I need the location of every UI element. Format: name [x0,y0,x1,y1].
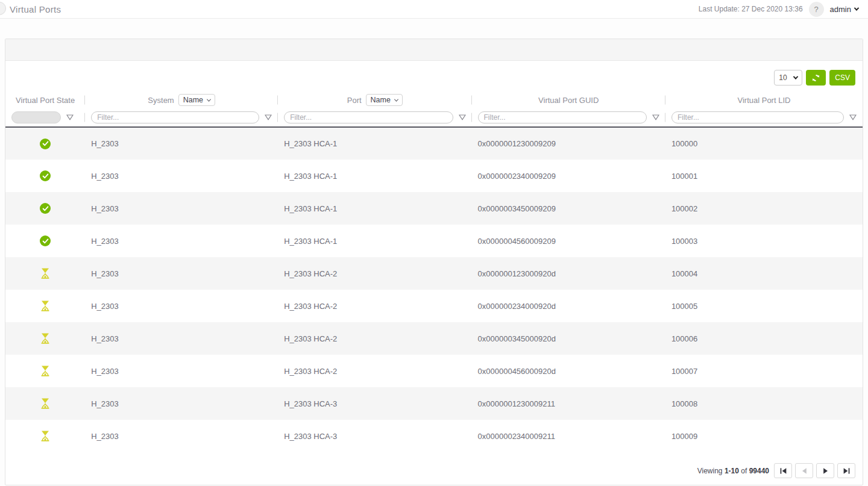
viewing-of-label: of [741,467,747,475]
cell-system: H_2303 [85,127,278,160]
cell-state [5,420,85,452]
state-filter-input [11,111,61,123]
cell-state [5,225,85,257]
table-row[interactable]: H_2303 H_2303 HCA-1 0x0000003450009209 1… [5,192,863,225]
cell-guid: 0x0000001230009211 [472,387,665,420]
cell-system: H_2303 [85,387,278,420]
table-row[interactable]: H_2303 H_2303 HCA-3 0x0000001230009211 1… [5,387,863,420]
vport-state-pending-icon [41,398,49,409]
filter-funnel-icon[interactable] [66,114,74,120]
cell-state [5,355,85,387]
cell-lid: 100000 [665,127,863,160]
filter-funnel-icon[interactable] [652,114,659,120]
guid-filter-input[interactable] [478,111,647,123]
user-menu-label: admin [830,5,851,14]
vport-state-active-icon [40,203,51,214]
system-filter-input[interactable] [91,111,259,123]
cell-state [5,257,85,290]
cell-port: H_2303 HCA-1 [278,127,471,160]
column-header-port: Port Name [278,92,471,108]
cell-guid: 0x000000345000920d [472,322,665,355]
port-filter-input[interactable] [284,111,453,123]
cell-port: H_2303 HCA-3 [278,387,471,420]
cell-guid: 0x000000234000920d [472,290,665,322]
refresh-button[interactable] [806,70,826,86]
cell-state [5,290,85,322]
port-name-select[interactable]: Name [366,94,403,106]
top-bar: Virtual Ports Last Update: 27 Dec 2020 1… [0,0,868,19]
cell-port: H_2303 HCA-1 [278,192,471,225]
chevron-down-icon [793,74,798,79]
table-row[interactable]: H_2303 H_2303 HCA-3 0x0000002340009211 1… [5,420,863,452]
filter-funnel-icon[interactable] [849,114,857,120]
cell-port: H_2303 HCA-2 [278,290,471,322]
cell-lid: 100003 [665,225,863,257]
vport-state-active-icon [40,139,51,149]
table-row[interactable]: H_2303 H_2303 HCA-2 0x000000123000920d 1… [5,257,863,290]
column-header-state: Virtual Port State [5,92,85,108]
select-value: Name [371,96,391,104]
column-header-guid: Virtual Port GUID [472,92,665,108]
system-name-select[interactable]: Name [178,94,215,106]
filter-cell-lid [665,108,863,127]
filter-funnel-icon[interactable] [265,114,272,120]
pagination-bar: Viewing 1-10 of 99440 [5,463,863,485]
chevron-down-icon [854,5,859,10]
table-row[interactable]: H_2303 H_2303 HCA-2 0x000000234000920d 1… [5,290,863,322]
prev-page-icon [802,468,807,474]
sidebar-toggle-partial [0,2,6,15]
table-row[interactable]: H_2303 H_2303 HCA-2 0x000000456000920d 1… [5,355,863,387]
cell-lid: 100007 [665,355,863,387]
table-body: H_2303 H_2303 HCA-1 0x0000001230009209 1… [5,127,863,452]
cell-port: H_2303 HCA-2 [278,322,471,355]
cell-system: H_2303 [85,257,278,290]
cell-port: H_2303 HCA-2 [278,355,471,387]
cell-guid: 0x0000001230009209 [472,127,665,160]
virtual-ports-table: Virtual Port State System Name [5,92,863,452]
vport-state-pending-icon [41,268,49,279]
cell-system: H_2303 [85,290,278,322]
first-page-button[interactable] [774,463,792,478]
cell-system: H_2303 [85,322,278,355]
viewing-range: 1-10 [725,467,739,475]
next-page-button[interactable] [816,463,834,478]
last-page-button[interactable] [837,463,855,478]
cell-lid: 100008 [665,387,863,420]
cell-lid: 100005 [665,290,863,322]
cell-guid: 0x0000003450009209 [472,192,665,225]
cell-state [5,192,85,225]
csv-export-button[interactable]: CSV [829,70,855,86]
cell-lid: 100002 [665,192,863,225]
table-row[interactable]: H_2303 H_2303 HCA-1 0x0000001230009209 1… [5,127,863,160]
cell-system: H_2303 [85,420,278,452]
cell-state [5,387,85,420]
cell-port: H_2303 HCA-1 [278,225,471,257]
table-toolbar: 10 CSV [5,61,863,86]
column-label: System [148,96,174,105]
column-header-lid: Virtual Port LID [665,92,863,108]
refresh-icon [811,73,820,83]
virtual-ports-panel: 10 CSV Vir [5,39,863,485]
next-page-icon [823,468,828,474]
cell-state [5,127,85,160]
panel-header-strip [5,39,863,61]
cell-port: H_2303 HCA-1 [278,160,471,192]
vport-state-pending-icon [41,301,49,311]
cell-guid: 0x0000002340009211 [472,420,665,452]
cell-guid: 0x000000456000920d [472,355,665,387]
page-size-select[interactable]: 10 [774,70,802,86]
vport-state-active-icon [40,235,51,246]
cell-lid: 100004 [665,257,863,290]
table-row[interactable]: H_2303 H_2303 HCA-1 0x0000002340009209 1… [5,160,863,192]
lid-filter-input[interactable] [671,111,844,123]
prev-page-button[interactable] [795,463,813,478]
user-menu[interactable]: admin [830,5,858,14]
filter-funnel-icon[interactable] [459,114,466,120]
table-row[interactable]: H_2303 H_2303 HCA-2 0x000000345000920d 1… [5,322,863,355]
cell-system: H_2303 [85,225,278,257]
table-row[interactable]: H_2303 H_2303 HCA-1 0x0000004560009209 1… [5,225,863,257]
filter-cell-guid [472,108,665,127]
filter-cell-system [85,108,278,127]
help-button[interactable]: ? [809,2,824,17]
cell-port: H_2303 HCA-3 [278,420,471,452]
